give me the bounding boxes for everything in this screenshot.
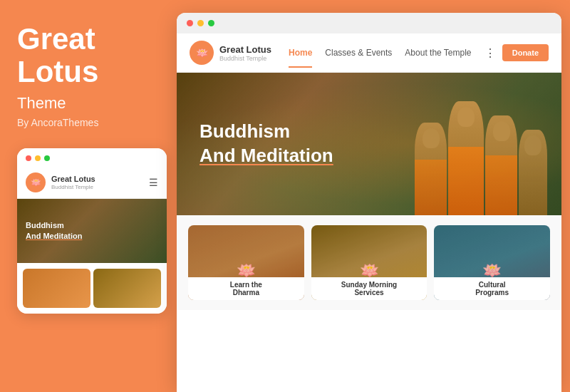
mobile-hero-image: Buddhism And Meditation bbox=[17, 199, 167, 263]
nav-more-icon[interactable]: ⋮ bbox=[484, 46, 496, 60]
mobile-card-1 bbox=[23, 269, 90, 308]
browser-dot-red bbox=[187, 20, 193, 26]
mobile-dot-yellow bbox=[35, 155, 41, 161]
hero-text: Buddhism And Meditation bbox=[200, 120, 333, 168]
buddha-figure-3 bbox=[415, 123, 447, 215]
feature-card-2[interactable]: 🪷 Sunday Morning Services bbox=[311, 225, 428, 300]
card-3-label: Cultural Programs bbox=[434, 277, 550, 300]
desktop-navbar: 🪷 Great Lotus Buddhist Temple Home Class… bbox=[177, 33, 561, 73]
hero-title: Buddhism And Meditation bbox=[200, 120, 333, 168]
mobile-preview-card: 🪷 Great Lotus Buddhist Temple ☰ Buddhism… bbox=[17, 148, 167, 314]
browser-chrome bbox=[177, 13, 561, 33]
desktop-logo-icon: 🪷 bbox=[190, 41, 214, 65]
desktop-nav-links: Home Classes & Events About the Temple ⋮ bbox=[289, 46, 502, 60]
main-subtitle: Theme bbox=[17, 94, 160, 113]
desktop-site-name: Great Lotus bbox=[219, 44, 271, 55]
mobile-card-2 bbox=[93, 269, 161, 308]
buddha-figure-4 bbox=[519, 130, 547, 215]
mobile-dot-green bbox=[44, 155, 50, 161]
mobile-hero-text: Buddhism And Meditation bbox=[26, 220, 82, 242]
card-1-label: Learn the Dharma bbox=[188, 277, 304, 300]
browser-dot-green bbox=[208, 20, 214, 26]
mobile-window-dots bbox=[17, 148, 167, 167]
buddha-figure-2 bbox=[448, 101, 484, 215]
browser-dot-yellow bbox=[197, 20, 204, 26]
mobile-logo-icon: 🪷 bbox=[26, 172, 46, 192]
buddha-silhouettes bbox=[415, 101, 547, 215]
desktop-hero: Buddhism And Meditation bbox=[177, 73, 561, 215]
left-panel: Great Lotus Theme By AncoraThemes 🪷 Grea… bbox=[0, 0, 177, 392]
desktop-logo: 🪷 Great Lotus Buddhist Temple bbox=[190, 41, 271, 65]
main-title: Great Lotus bbox=[17, 23, 160, 88]
feature-cards: 🪷 Learn the Dharma 🪷 Sunday Morning Serv… bbox=[177, 215, 561, 310]
nav-link-about[interactable]: About the Temple bbox=[405, 48, 471, 58]
desktop-logo-text: Great Lotus Buddhist Temple bbox=[219, 44, 271, 62]
mobile-dot-red bbox=[26, 155, 31, 161]
author-label: By AncoraThemes bbox=[17, 117, 160, 128]
mobile-logo-name: Great Lotus bbox=[51, 175, 149, 184]
feature-card-1[interactable]: 🪷 Learn the Dharma bbox=[188, 225, 304, 300]
card-2-label: Sunday Morning Services bbox=[311, 277, 428, 300]
nav-link-classes[interactable]: Classes & Events bbox=[325, 48, 392, 58]
desktop-browser: 🪷 Great Lotus Buddhist Temple Home Class… bbox=[177, 13, 561, 392]
mobile-feature-cards bbox=[17, 263, 167, 314]
desktop-site-sub: Buddhist Temple bbox=[219, 55, 271, 62]
mobile-logo-sub: Buddhist Temple bbox=[51, 184, 149, 190]
hamburger-icon[interactable]: ☰ bbox=[149, 177, 158, 188]
donate-button[interactable]: Donate bbox=[502, 44, 549, 61]
nav-link-home[interactable]: Home bbox=[289, 48, 312, 58]
buddha-figure-1 bbox=[485, 115, 517, 215]
mobile-navbar: 🪷 Great Lotus Buddhist Temple ☰ bbox=[17, 167, 167, 199]
feature-card-3[interactable]: 🪷 Cultural Programs bbox=[434, 225, 550, 300]
mobile-logo-text: Great Lotus Buddhist Temple bbox=[51, 175, 149, 190]
